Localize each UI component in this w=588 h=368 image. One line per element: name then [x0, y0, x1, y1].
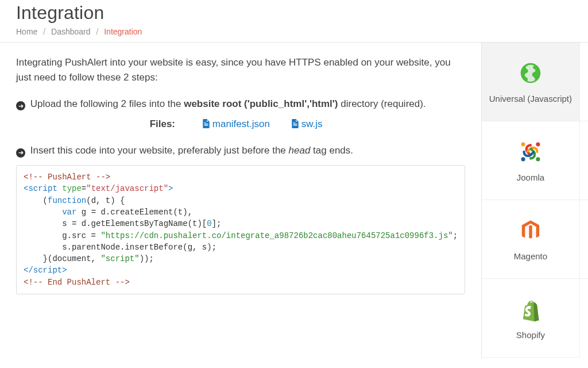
step2-suffix: tag ends.	[310, 145, 353, 156]
platform-card-wordpress[interactable]: WordPress	[580, 43, 588, 121]
svg-point-5	[521, 157, 525, 161]
arrow-right-icon	[16, 148, 25, 158]
step1-suffix: directory (required).	[338, 98, 426, 109]
page-title: Integration	[16, 2, 572, 24]
platform-label-magento: Magento	[514, 251, 547, 262]
platform-grid: Universal (Javascript) WordPress	[482, 43, 588, 358]
step1-bold: website root ('public_html','html')	[184, 98, 338, 109]
file-manifest-label: manifest.json	[212, 118, 270, 129]
file-icon	[202, 119, 210, 128]
code-snippet[interactable]: <!-- PushAlert --> <script type="text/ja…	[16, 165, 465, 294]
svg-point-3	[536, 142, 540, 146]
code-open-comment: <!-- PushAlert -->	[24, 172, 110, 182]
breadcrumb-home[interactable]: Home	[16, 27, 37, 36]
platform-label-joomla: Joomla	[517, 172, 544, 183]
breadcrumb-sep: /	[96, 27, 98, 36]
file-sw-link[interactable]: sw.js	[291, 118, 323, 129]
files-row: Files: manifest.json sw.js	[16, 118, 465, 130]
platform-card-woocommerce[interactable]: Woo WooCommerce	[580, 121, 588, 200]
breadcrumb: Home / Dashboard / Integration	[16, 27, 572, 36]
step2-prefix: Insert this code into your website, pref…	[30, 145, 289, 156]
platform-card-joomla[interactable]: Joomla	[482, 121, 580, 200]
file-manifest-link[interactable]: manifest.json	[202, 118, 273, 129]
platform-card-universal[interactable]: Universal (Javascript)	[482, 43, 580, 121]
step-2: Insert this code into your website, pref…	[16, 143, 465, 158]
shopify-icon	[517, 296, 544, 323]
arrow-right-icon	[16, 101, 25, 110]
breadcrumb-sep: /	[43, 27, 45, 36]
intro-paragraph: Integrating PushAlert into your website …	[16, 55, 465, 86]
platform-label-universal: Universal (Javascript)	[489, 94, 572, 105]
breadcrumb-dashboard[interactable]: Dashboard	[51, 27, 91, 36]
platform-card-magento[interactable]: Magento	[482, 200, 580, 279]
breadcrumb-current: Integration	[104, 27, 142, 36]
step-1: Upload the following 2 files into the we…	[16, 96, 465, 112]
joomla-icon	[517, 138, 544, 166]
platform-card-shopify[interactable]: Shopify	[482, 279, 580, 358]
file-icon	[291, 119, 299, 128]
step1-prefix: Upload the following 2 files into the	[30, 98, 184, 109]
globe-icon	[517, 59, 544, 87]
step2-head-italic: head	[289, 145, 311, 156]
svg-point-2	[521, 142, 525, 146]
platform-card-amp[interactable]: AMP	[580, 200, 588, 279]
files-label: Files:	[150, 118, 175, 129]
svg-point-4	[536, 157, 540, 161]
file-sw-label: sw.js	[301, 118, 323, 129]
platform-label-shopify: Shopify	[516, 330, 545, 341]
magento-icon	[517, 217, 544, 244]
code-end-comment: <!-- End PushAlert -->	[24, 278, 130, 287]
main-content: Integrating PushAlert into your website …	[0, 43, 482, 358]
